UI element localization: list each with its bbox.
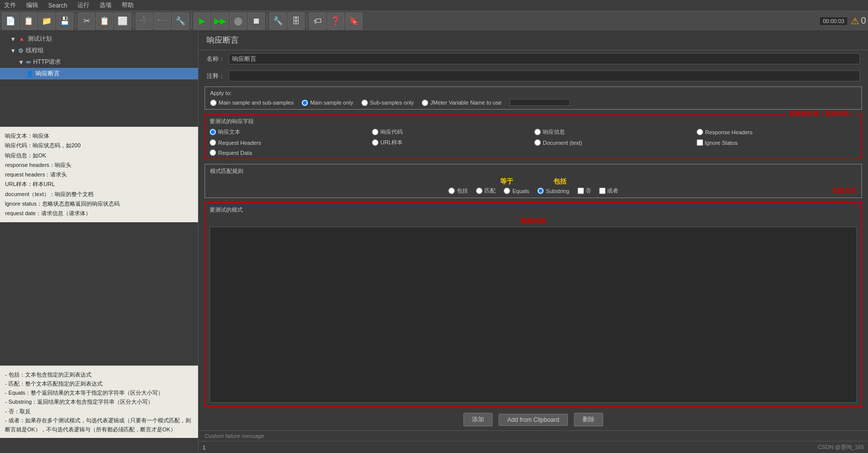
toolbar-expand-btn[interactable]: ⬜ [114,13,131,30]
tree-item-response-assertion[interactable]: 👤 响应断言 [0,68,198,79]
name-section: 名称： [199,50,868,67]
menu-file[interactable]: 文件 [2,1,18,10]
add-button[interactable]: 添加 [463,413,493,426]
rf-response-text-input[interactable] [210,129,216,135]
pattern-yellow-labels: 等于 包括 [210,177,856,186]
rf-response-info[interactable]: 响应信息 [534,128,695,136]
toolbar-clear-btn[interactable]: 🔧 [172,13,189,30]
rf-document-label: Document (text) [543,140,582,146]
toolbar-start-no-pause-btn[interactable]: ▶▶ [212,13,229,30]
comment-input[interactable] [229,70,860,81]
pm-or[interactable]: 或者 [599,187,618,195]
ann-line-2: 响应代码：响应状态码，如200 [5,141,194,150]
pm-not[interactable]: 否 [577,187,591,195]
toolbar-add-btn[interactable]: ➕ [136,13,153,30]
tree-label-test-plan: 测试计划 [28,35,52,43]
pm-equals-input[interactable] [504,188,510,194]
toolbar-new-btn[interactable]: 📄 [2,13,19,30]
tree-item-thread-group[interactable]: ▼ ⚙ 线程组 [0,45,198,56]
toolbar-cut-btn[interactable]: ✂ [78,13,95,30]
jmeter-var-input[interactable] [510,99,570,106]
delete-button[interactable]: 删除 [574,413,603,426]
toolbar-remove-btn[interactable]: ➖ [154,13,171,30]
rf-url-sample[interactable]: URL样本 [372,139,532,146]
rf-request-headers-label: Request Headers [218,140,261,146]
pm-or-input[interactable] [599,188,606,194]
radio-main-only-input[interactable] [302,100,308,106]
rf-request-data[interactable]: Request Data [210,149,370,156]
rf-url-sample-input[interactable] [372,139,378,146]
toolbar-remote-start-btn[interactable]: 🔧 [269,13,286,30]
ann-bottom-2: - 匹配：整个文本匹配指定的正则表达式 [5,379,194,388]
toolbar-help-btn[interactable]: ❓ [327,13,344,30]
panel-title: 响应断言 [199,31,868,50]
radio-jmeter-var[interactable]: JMeter Variable Name to use [422,100,502,106]
name-input[interactable] [229,53,860,64]
response-fields-top-right-label: 要检查的项（实际结果） [787,110,857,118]
rf-document-input[interactable] [534,139,541,146]
add-clipboard-button[interactable]: Add from Clipboard [499,414,567,426]
toolbar-paste-btn[interactable]: 📋 [96,13,113,30]
left-panel: ▼ 🔺 测试计划 ▼ ⚙ 线程组 ▼ ✏ HTTP请求 👤 响应断言 响应文本：… [0,31,199,453]
rf-response-headers[interactable]: Response Headers [697,128,857,136]
toolbar-shutdown-btn[interactable]: ⏹ [248,13,265,30]
menu-options[interactable]: 选项 [98,1,114,10]
tree-item-http-request[interactable]: ▼ ✏ HTTP请求 [0,56,198,68]
tree-label-http: HTTP请求 [33,58,61,66]
pm-matches[interactable]: 匹配 [476,187,496,195]
toolbar-remote-stop-btn[interactable]: 🗄 [287,13,305,30]
rf-document[interactable]: Document (text) [534,139,695,146]
test-plan-icon: 🔺 [18,36,26,43]
pm-equals[interactable]: Equals [504,188,529,194]
menu-run[interactable]: 运行 [75,1,91,10]
toolbar-copy-btn[interactable]: 📋 [20,13,37,30]
rf-response-code-input[interactable] [372,129,378,135]
ann-line-9: request date：请求信息（请求体） [5,209,194,218]
toolbar-open-btn[interactable]: 📁 [38,13,55,30]
tree-label-thread-group: 线程组 [26,46,44,55]
bottom-scroll: 1 [199,441,868,453]
test-pattern-input[interactable] [210,227,857,403]
failure-message-label: Custom failure message [205,433,264,439]
radio-main-sub[interactable]: Main sample and sub-samples [210,100,294,106]
toolbar-save-btn[interactable]: 💾 [56,13,73,30]
http-icon: ✏ [26,59,31,66]
menu-help[interactable]: 帮助 [120,1,136,10]
radio-main-only[interactable]: Main sample only [302,100,353,106]
radio-jmeter-var-input[interactable] [422,100,428,106]
tree-expand-icon: ▼ [10,36,16,43]
pm-contains-input[interactable] [448,188,455,194]
radio-sub-only-input[interactable] [361,100,368,106]
pm-substring-input[interactable] [537,188,544,194]
rf-response-info-input[interactable] [534,129,541,135]
rf-request-headers-input[interactable] [210,139,216,146]
rf-url-sample-label: URL样本 [380,139,403,146]
toolbar-extra-btn[interactable]: 🔖 [345,13,362,30]
radio-sub-only-label: Sub-samples only [370,100,414,106]
apply-to-legend: Apply to: [210,90,856,96]
pm-contains[interactable]: 包括 [448,187,468,195]
menu-search[interactable]: Search [46,2,69,9]
comment-label: 注释： [207,72,225,80]
rf-request-headers[interactable]: Request Headers [210,139,370,146]
radio-main-sub-input[interactable] [210,100,217,106]
rf-request-data-input[interactable] [210,149,216,156]
pm-substring[interactable]: Substring [537,188,569,194]
pm-matches-input[interactable] [476,188,483,194]
watermark: CSDN @墨珣_165 [818,443,864,451]
rf-response-text[interactable]: 响应文本 [210,128,370,136]
rf-ignore-status-input[interactable] [697,139,703,146]
tree-item-test-plan[interactable]: ▼ 🔺 测试计划 [0,33,198,45]
radio-main-sub-label: Main sample and sub-samples [219,100,294,106]
menu-edit[interactable]: 编辑 [24,1,40,10]
buttons-row: 添加 Add from Clipboard 删除 [199,409,868,430]
toolbar-start-btn[interactable]: ▶ [194,13,211,30]
pm-not-input[interactable] [577,188,584,194]
toolbar-template-btn[interactable]: 🏷 [309,13,326,30]
radio-sub-only[interactable]: Sub-samples only [361,100,414,106]
rf-response-code[interactable]: 响应代码 [372,128,532,136]
rf-response-headers-input[interactable] [697,129,703,135]
apply-to-section: Apply to: Main sample and sub-samples Ma… [205,86,862,110]
rf-ignore-status[interactable]: Ignore Status [697,139,857,146]
toolbar-stop-btn[interactable]: ⬤ [230,13,247,30]
